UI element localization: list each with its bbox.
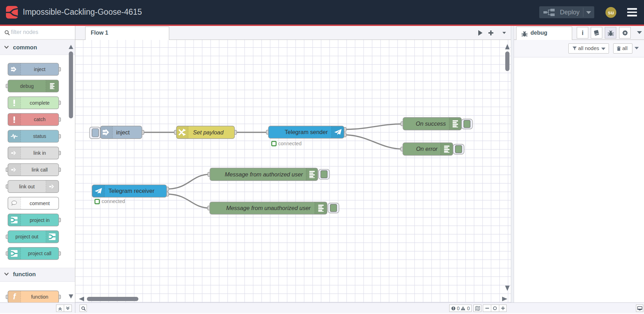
svg-text:Set payload: Set payload	[193, 129, 224, 135]
svg-text:function: function	[13, 271, 36, 277]
svg-text:link call: link call	[32, 167, 48, 173]
svg-text:connected: connected	[278, 141, 302, 146]
svg-text:complete: complete	[30, 100, 50, 106]
svg-text:project out: project out	[15, 234, 38, 239]
svg-text:inject: inject	[116, 129, 130, 135]
svg-text:On success: On success	[416, 120, 446, 127]
svg-text:Message from authorized user: Message from authorized user	[225, 171, 303, 177]
svg-text:link out: link out	[19, 184, 35, 189]
svg-text:Message from unauthorized user: Message from unauthorized user	[226, 205, 311, 211]
svg-text:link in: link in	[33, 150, 46, 156]
svg-text:status: status	[33, 133, 46, 139]
svg-text:comment: comment	[29, 201, 50, 206]
svg-text:Telegram sender: Telegram sender	[285, 129, 328, 135]
svg-text:On error: On error	[416, 146, 438, 152]
svg-text:debug: debug	[20, 83, 34, 89]
svg-text:common: common	[13, 44, 37, 50]
svg-text:Telegram receiver: Telegram receiver	[109, 188, 155, 194]
svg-text:connected: connected	[102, 198, 125, 204]
svg-text:project call: project call	[28, 251, 52, 256]
svg-text:inject: inject	[34, 67, 46, 72]
svg-text:catch: catch	[34, 117, 45, 122]
svg-text:function: function	[31, 294, 48, 300]
svg-text:project in: project in	[30, 217, 50, 223]
